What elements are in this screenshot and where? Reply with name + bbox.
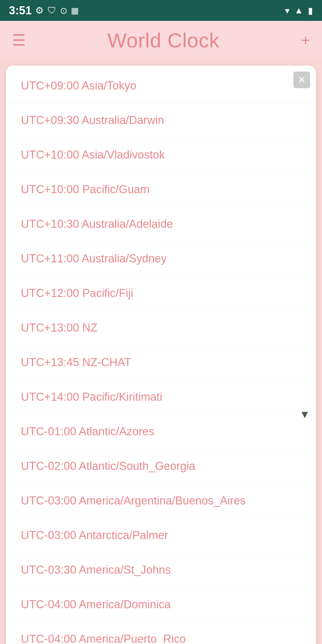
timezone-list-item[interactable]: UTC+12:00 Pacific/Fiji (6, 276, 316, 311)
signal-icon: ▲ (294, 5, 303, 16)
timezone-list-item[interactable]: UTC-03:30 America/St_Johns (6, 553, 316, 587)
at-sign-icon: ⊙ (60, 5, 67, 16)
timezone-list-item[interactable]: UTC+13:00 NZ (6, 311, 316, 345)
sd-card-icon: ▦ (71, 6, 79, 16)
timezone-list-item[interactable]: UTC-04:00 America/Dominica (6, 587, 316, 622)
timezone-list-item[interactable]: UTC+14:00 Pacific/Kiritimati (6, 380, 316, 414)
dropdown-arrow-icon[interactable]: ▼ (299, 408, 310, 421)
timezone-list-1: UTC+09:00 Asia/TokyoUTC+09:30 Australia/… (6, 66, 316, 644)
timezone-dropdown-card-1: ✕ UTC+09:00 Asia/TokyoUTC+09:30 Australi… (6, 66, 316, 644)
timezone-list-item[interactable]: UTC+11:00 Australia/Sydney (6, 242, 316, 276)
timezone-list-item[interactable]: UTC+09:30 Australia/Darwin (6, 103, 316, 138)
timezone-list-item[interactable]: UTC-04:00 America/Puerto_Rico (6, 622, 316, 644)
status-time: 3:51 (9, 4, 32, 17)
timezone-list-item[interactable]: UTC+10:00 Asia/Vladivostok (6, 138, 316, 172)
add-button[interactable]: + (301, 31, 310, 49)
timezone-list-item[interactable]: UTC+10:30 Australia/Adelaide (6, 207, 316, 242)
wifi-icon: ▾ (285, 5, 290, 16)
battery-icon: ▮ (308, 5, 313, 16)
timezone-list-item[interactable]: UTC-01:00 Atlantic/Azores (6, 414, 316, 449)
close-button-1[interactable]: ✕ (293, 72, 310, 88)
shield-play-icon: 🛡 (47, 5, 56, 16)
menu-button[interactable]: ☰ (12, 31, 26, 49)
timezone-list-item[interactable]: UTC-02:00 Atlantic/South_Georgia (6, 449, 316, 484)
status-bar: 3:51 ⚙ 🛡 ⊙ ▦ ▾ ▲ ▮ (0, 0, 322, 21)
status-left: 3:51 ⚙ 🛡 ⊙ ▦ (9, 4, 79, 17)
gear-icon: ⚙ (35, 5, 44, 16)
app-bar: ☰ World Clock + (0, 21, 322, 60)
main-content: ✕ UTC+09:00 Asia/TokyoUTC+09:30 Australi… (0, 60, 322, 644)
timezone-list-item[interactable]: UTC+13:45 NZ-CHAT (6, 345, 316, 380)
timezone-list-item[interactable]: UTC-03:00 America/Argentina/Buenos_Aires (6, 484, 316, 518)
timezone-list-item[interactable]: UTC+10:00 Pacific/Guam (6, 172, 316, 207)
timezone-list-item[interactable]: UTC-03:00 Antarctica/Palmer (6, 518, 316, 553)
page-title: World Clock (107, 29, 219, 52)
status-right: ▾ ▲ ▮ (285, 5, 313, 16)
timezone-list-item[interactable]: UTC+09:00 Asia/Tokyo (6, 69, 316, 103)
